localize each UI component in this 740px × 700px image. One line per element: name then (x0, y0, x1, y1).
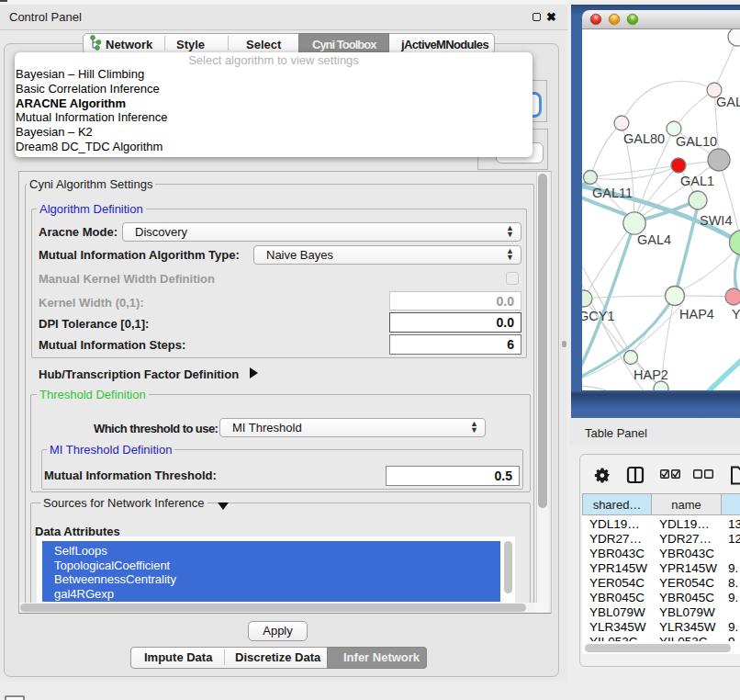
svg-text:HAP2: HAP2 (633, 367, 668, 382)
svg-text:HAP4: HAP4 (679, 307, 714, 322)
svg-text:GAL80: GAL80 (623, 131, 665, 146)
svg-text:SWI4: SWI4 (700, 213, 732, 228)
svg-text:GAL10: GAL10 (676, 134, 717, 149)
svg-text:GAL: GAL (716, 95, 740, 109)
svg-text:GAL11: GAL11 (592, 186, 633, 200)
svg-text:Y: Y (732, 307, 740, 322)
svg-text:GAL1: GAL1 (680, 174, 714, 188)
svg-text:GCY1: GCY1 (582, 309, 615, 323)
svg-text:GAL4: GAL4 (637, 232, 671, 247)
